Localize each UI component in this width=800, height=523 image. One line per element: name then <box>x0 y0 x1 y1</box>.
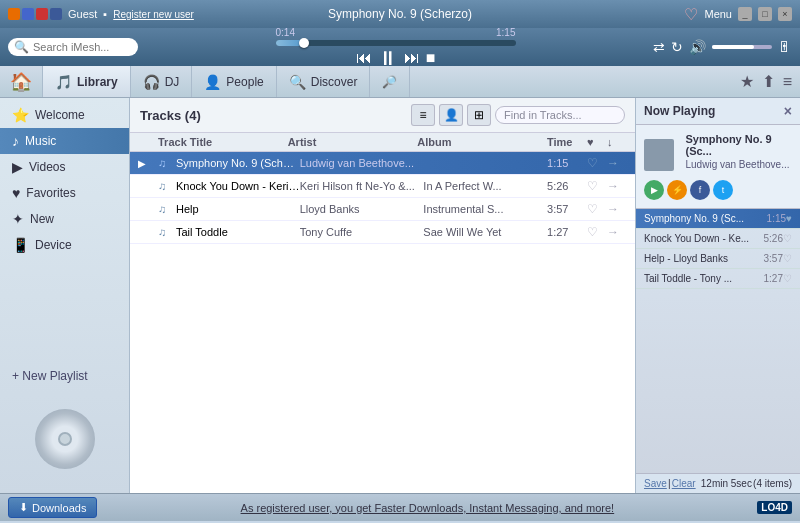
close-button[interactable]: × <box>778 7 792 21</box>
now-playing-close[interactable]: × <box>784 103 792 119</box>
icon-red <box>36 8 48 20</box>
nav-right: ★ ⬆ ≡ <box>732 66 800 97</box>
sidebar-item-music[interactable]: ♪ Music <box>0 128 129 154</box>
sidebar-item-favorites[interactable]: ♥ Favorites <box>0 180 129 206</box>
music-icon: ♪ <box>12 133 19 149</box>
new-playlist-button[interactable]: + New Playlist <box>0 363 129 389</box>
nav-tab-discover[interactable]: 🔍 Discover <box>277 66 371 97</box>
toolbar-right: ⇄ ↻ 🔊 🎚 <box>653 39 792 55</box>
table-row[interactable]: ♫ Help Lloyd Banks Instrumental S... 3:5… <box>130 198 635 221</box>
track-fav-icon[interactable]: ♡ <box>587 179 607 193</box>
track-dl-icon[interactable]: → <box>607 179 627 193</box>
stop-button[interactable]: ■ <box>426 50 436 66</box>
heart-icon[interactable]: ♡ <box>684 5 698 24</box>
track-fav-icon[interactable]: ♡ <box>587 156 607 170</box>
track-fav-icon[interactable]: ♡ <box>587 225 607 239</box>
find-tracks-input[interactable]: Find in Tracks... <box>495 106 625 124</box>
search-box[interactable]: 🔍 <box>8 38 138 56</box>
search-icon: 🔍 <box>14 40 29 54</box>
np-twitter-button[interactable]: t <box>713 180 733 200</box>
star-icon[interactable]: ★ <box>740 72 754 91</box>
col-artist-header[interactable]: Artist <box>288 136 418 148</box>
now-playing-panel: Now Playing × Symphony No. 9 (Sc... Ludw… <box>635 98 800 493</box>
repeat-icon[interactable]: ↻ <box>671 39 683 55</box>
track-title: Help <box>176 203 300 215</box>
track-dl-icon[interactable]: → <box>607 225 627 239</box>
eq-icon[interactable]: 🎚 <box>778 39 792 55</box>
shuffle-icon[interactable]: ⇄ <box>653 39 665 55</box>
progress-bar[interactable] <box>276 40 516 46</box>
art-view-button[interactable]: ⊞ <box>467 104 491 126</box>
save-queue-button[interactable]: Save <box>644 478 667 489</box>
nav-tab-search[interactable]: 🔎 <box>370 66 410 97</box>
sidebar-item-device[interactable]: 📱 Device <box>0 232 129 258</box>
grid-view-button[interactable]: 👤 <box>439 104 463 126</box>
track-artist: Lloyd Banks <box>300 203 424 215</box>
track-fav-icon[interactable]: ♡ <box>587 202 607 216</box>
register-link[interactable]: Register new user <box>113 9 194 20</box>
nav-tab-people[interactable]: 👤 People <box>192 66 276 97</box>
sidebar-item-welcome[interactable]: ⭐ Welcome <box>0 102 129 128</box>
sidebar-item-videos[interactable]: ▶ Videos <box>0 154 129 180</box>
sidebar-item-new[interactable]: ✦ New <box>0 206 129 232</box>
track-artist: Keri Hilson ft Ne-Yo &... <box>300 180 424 192</box>
time-total: 1:15 <box>496 27 515 38</box>
table-row[interactable]: ♫ Knock You Down - Keri Hilson f... Keri… <box>130 175 635 198</box>
np-rss-button[interactable]: ⚡ <box>667 180 687 200</box>
downloads-button[interactable]: ⬇ Downloads <box>8 497 97 518</box>
nav-bar: 🏠 🎵 Library 🎧 DJ 👤 People 🔍 Discover 🔎 ★… <box>0 66 800 98</box>
music-note-icon: ♫ <box>158 226 176 238</box>
share-icon[interactable]: ⬆ <box>762 72 775 91</box>
next-button[interactable]: ⏭ <box>404 50 420 66</box>
maximize-button[interactable]: □ <box>758 7 772 21</box>
progress-area: 0:14 1:15 ⏮ ⏸ ⏭ ■ <box>146 27 645 68</box>
queue-item[interactable]: Symphony No. 9 (Sc... 1:15 ♥ <box>636 209 800 229</box>
queue-item-heart-icon[interactable]: ♡ <box>783 233 792 244</box>
table-row[interactable]: ♫ Tail Toddle Tony Cuffe Sae Will We Yet… <box>130 221 635 244</box>
menu-icon[interactable]: ≡ <box>783 73 792 91</box>
now-playing-header: Now Playing × <box>636 98 800 125</box>
menu-label[interactable]: Menu <box>704 8 732 20</box>
np-play-social-button[interactable]: ▶ <box>644 180 664 200</box>
volume-slider[interactable] <box>712 45 772 49</box>
nav-tab-library[interactable]: 🎵 Library <box>43 66 131 97</box>
col-time-header[interactable]: Time <box>547 136 587 148</box>
pause-button[interactable]: ⏸ <box>378 48 398 68</box>
nav-tab-home[interactable]: 🏠 <box>0 66 43 97</box>
queue-item-heart-icon[interactable]: ♥ <box>786 213 792 224</box>
volume-icon[interactable]: 🔊 <box>689 39 706 55</box>
cd-icon <box>35 409 95 469</box>
np-duration: 12min 5sec <box>701 478 752 489</box>
nav-tab-dj[interactable]: 🎧 DJ <box>131 66 193 97</box>
np-queue: Symphony No. 9 (Sc... 1:15 ♥ Knock You D… <box>636 209 800 473</box>
col-title-header[interactable]: Track Title <box>158 136 288 148</box>
queue-item[interactable]: Knock You Down - Ke... 5:26 ♡ <box>636 229 800 249</box>
favorites-icon: ♥ <box>12 185 20 201</box>
queue-item-heart-icon[interactable]: ♡ <box>783 273 792 284</box>
queue-item-title: Tail Toddle - Tony ... <box>644 273 760 284</box>
np-facebook-button[interactable]: f <box>690 180 710 200</box>
queue-item-heart-icon[interactable]: ♡ <box>783 253 792 264</box>
music-note-icon: ♫ <box>158 157 176 169</box>
minimize-button[interactable]: _ <box>738 7 752 21</box>
clear-queue-button[interactable]: Clear <box>672 478 696 489</box>
status-text[interactable]: As registered user, you get Faster Downl… <box>241 502 615 514</box>
queue-item[interactable]: Help - Lloyd Banks 3:57 ♡ <box>636 249 800 269</box>
track-dl-icon[interactable]: → <box>607 202 627 216</box>
search-input[interactable] <box>33 41 132 53</box>
track-list: Tracks (4) ≡ 👤 ⊞ Find in Tracks... Track… <box>130 98 635 493</box>
track-dl-icon[interactable]: → <box>607 156 627 170</box>
queue-item[interactable]: Tail Toddle - Tony ... 1:27 ♡ <box>636 269 800 289</box>
progress-knob[interactable] <box>299 38 309 48</box>
prev-button[interactable]: ⏮ <box>356 50 372 66</box>
transport-controls: ⏮ ⏸ ⏭ ■ <box>356 48 436 68</box>
list-view-button[interactable]: ≡ <box>411 104 435 126</box>
track-title: Tail Toddle <box>176 226 300 238</box>
discover-label: Discover <box>311 75 358 89</box>
volume-fill <box>712 45 754 49</box>
queue-item-title: Help - Lloyd Banks <box>644 253 760 264</box>
np-social-icons: ▶ ⚡ f t <box>644 180 792 200</box>
table-row[interactable]: ▶ ♫ Symphony No. 9 (Scherzo) Ludwig van … <box>130 152 635 175</box>
col-album-header[interactable]: Album <box>417 136 547 148</box>
cd-center <box>58 432 72 446</box>
